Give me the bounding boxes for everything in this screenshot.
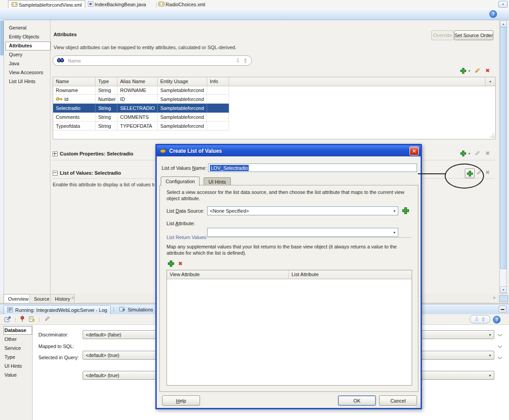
chevron-down-icon[interactable]: ▼: [393, 207, 396, 215]
set-source-order-button[interactable]: Set Source Order: [454, 30, 493, 40]
doc-tab-java[interactable]: IndexBackingBean.java: [85, 0, 149, 8]
search-up-icon[interactable]: ⇧: [243, 58, 248, 63]
chevron-down-icon[interactable]: ▼: [393, 228, 396, 236]
edit-custom-property-icon[interactable]: [474, 151, 480, 156]
sidebar-item-general[interactable]: General: [9, 25, 26, 31]
delete-attribute-icon[interactable]: ✖: [485, 68, 490, 73]
scroll-up-icon[interactable]: ▲: [500, 21, 507, 27]
find-next-icon[interactable]: ⇧: [481, 316, 486, 322]
delete-return-value-icon[interactable]: ✖: [178, 261, 183, 266]
col-header-type[interactable]: Type: [96, 77, 117, 86]
sidebar-item-query[interactable]: Query: [9, 52, 22, 58]
left-scrollbar-thumb[interactable]: [0, 21, 4, 55]
search-binoculars-icon: [57, 58, 64, 63]
delete-list-of-values-icon[interactable]: ✖: [485, 170, 490, 175]
combo-value: <default> (false): [86, 332, 121, 337]
attribute-search-box[interactable]: ⇩ ⇧: [53, 55, 252, 66]
col-header-entity-usage[interactable]: Entity Usage: [158, 77, 207, 86]
editor-toolbar-strip: ?: [0, 8, 509, 20]
log-help-icon[interactable]: ?: [493, 316, 501, 323]
list-return-values-description: Map any supplemental values that your li…: [167, 244, 410, 256]
log-tab-running[interactable]: Running: IntegratedWebLogicServer - Log: [4, 305, 111, 315]
sidebar-item-list-ui-hints[interactable]: List UI Hints: [9, 79, 35, 85]
chevron-down-icon[interactable]: ▼: [488, 331, 492, 339]
category-service[interactable]: Service: [4, 345, 21, 352]
col-header-view-attribute[interactable]: View Attribute: [167, 270, 289, 279]
table-row[interactable]: Rowname String ROWNAME Sampletableforcon…: [53, 86, 495, 95]
mapped-to-sql-label: Mapped to SQL:: [38, 344, 74, 349]
add-return-value-icon[interactable]: [168, 260, 174, 267]
tab-overview[interactable]: Overview: [4, 294, 33, 303]
list-attribute-combo[interactable]: ▼: [207, 228, 398, 237]
doc-tab-view-xml[interactable]: SampletableforcondView.xml: [8, 0, 85, 8]
chevron-down-icon[interactable]: ▼: [488, 351, 492, 359]
col-header-alias[interactable]: Alias Name: [117, 77, 158, 86]
add-custom-property-caret-icon[interactable]: ▼: [468, 152, 471, 155]
sidebar-item-attributes[interactable]: Attributes: [9, 43, 32, 49]
search-down-icon[interactable]: ⇩: [235, 58, 240, 63]
category-other[interactable]: Other: [4, 336, 17, 343]
expand-row-icon[interactable]: [497, 355, 502, 361]
log-tab-label: Running: IntegratedWebLogicServer - Log: [15, 307, 107, 313]
new-log-document-icon[interactable]: [29, 316, 35, 323]
lov-name-input[interactable]: LOV_Selectradio: [208, 164, 417, 172]
category-type[interactable]: Type: [4, 354, 15, 361]
table-row[interactable]: Id Number ID Sampletableforcond: [53, 95, 495, 104]
list-data-source-combo[interactable]: <None Specified>▼: [207, 206, 398, 215]
col-header-info[interactable]: Info: [207, 77, 229, 86]
tab-scroll-right-icon[interactable]: >: [493, 295, 496, 300]
tab-scroll-left-icon[interactable]: <: [71, 295, 74, 300]
close-icon[interactable]: ✕: [409, 147, 419, 155]
combo-value: <None Specified>: [210, 208, 249, 214]
add-attribute-caret-icon[interactable]: ▼: [468, 70, 471, 72]
find-previous-icon[interactable]: ⇩: [474, 316, 479, 322]
expand-row-icon[interactable]: [497, 344, 502, 349]
category-ui-hints[interactable]: UI Hints: [4, 363, 22, 370]
list-of-values-section-header[interactable]: List of Values: Selectradio: [53, 170, 121, 176]
editor-vertical-scrollbar[interactable]: ▲ ▼: [499, 20, 507, 294]
sidebar-item-java[interactable]: Java: [9, 61, 19, 67]
sidebar-item-view-accessors[interactable]: View Accessors: [9, 70, 43, 76]
collapse-icon[interactable]: [53, 171, 58, 176]
left-scrollbar[interactable]: [0, 20, 4, 294]
col-header-list-attribute[interactable]: List Attribute: [289, 270, 412, 279]
table-row[interactable]: Typeofdata String TYPEOFDATA Sampletable…: [53, 122, 495, 130]
horizontal-scrollbar-thumb[interactable]: [499, 295, 508, 302]
add-custom-property-icon[interactable]: [460, 151, 466, 156]
scroll-down-icon[interactable]: ▼: [500, 286, 507, 293]
log-search-arrows[interactable]: ⇩ ⇧: [470, 315, 490, 323]
dialog-titlebar[interactable]: Create List of Values ✕: [157, 145, 421, 156]
chevron-down-icon[interactable]: ▼: [488, 371, 492, 379]
table-row-selected[interactable]: Selectradio String SELECTRADIO Sampletab…: [53, 104, 495, 113]
log-tab-simulations[interactable]: Simulations: [116, 305, 156, 314]
doc-tab-radiochoices[interactable]: | RadioChoices.xml: [153, 0, 209, 8]
edit-attribute-icon[interactable]: [474, 68, 480, 74]
edit-log-icon[interactable]: [44, 316, 50, 323]
pin-icon[interactable]: [20, 316, 25, 323]
ok-button[interactable]: OK: [338, 395, 376, 406]
tab-configuration[interactable]: Configuration: [161, 176, 200, 186]
add-attribute-icon[interactable]: [460, 68, 466, 74]
scrollbar-thumb[interactable]: [500, 27, 507, 269]
category-value[interactable]: Value: [4, 372, 17, 379]
custom-properties-section-header[interactable]: Custom Properties: Selectradio: [53, 151, 133, 156]
help-button[interactable]: Help: [162, 395, 200, 406]
col-header-name[interactable]: Name: [53, 77, 96, 86]
export-log-icon[interactable]: [4, 316, 11, 323]
minimize-panel-icon[interactable]: ▬: [499, 306, 506, 312]
expand-icon[interactable]: [53, 151, 58, 156]
search-input[interactable]: [67, 58, 233, 64]
list-data-source-label: List Data Source:: [167, 208, 204, 214]
cancel-button[interactable]: Cancel: [379, 395, 417, 406]
category-database[interactable]: Database: [4, 328, 26, 334]
add-data-source-icon[interactable]: [402, 207, 409, 214]
expand-row-icon[interactable]: [497, 332, 502, 338]
table-row[interactable]: Comments String COMMENTS Sampletableforc…: [53, 113, 495, 122]
tab-list-dropdown-button[interactable]: ▼: [498, 1, 508, 8]
table-resize-grip[interactable]: [489, 133, 494, 138]
delete-custom-property-icon[interactable]: ✖: [485, 151, 490, 156]
sidebar-item-entity-objects[interactable]: Entity Objects: [9, 34, 39, 40]
override-button[interactable]: Override: [431, 30, 454, 40]
help-icon[interactable]: ?: [489, 10, 497, 18]
table-header-menu-button[interactable]: ▼: [485, 77, 495, 86]
